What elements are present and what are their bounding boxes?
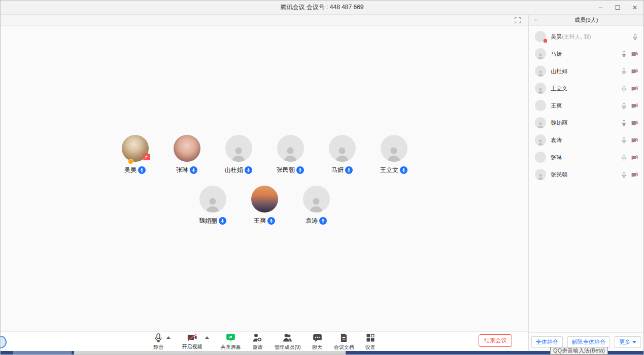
fullscreen-icon[interactable]: [514, 17, 521, 24]
invite-button[interactable]: 邀请: [252, 333, 263, 351]
camera-off-icon[interactable]: [631, 171, 638, 178]
share-screen-button[interactable]: 共享屏幕: [220, 333, 241, 351]
mic-icon[interactable]: [621, 171, 627, 178]
meeting-docs-button[interactable]: 会议文档: [334, 333, 354, 351]
mic-icon[interactable]: [621, 154, 627, 161]
member-name: 魏娟丽: [551, 119, 616, 127]
mic-icon[interactable]: [632, 33, 638, 40]
participant-tile[interactable]: 张琳: [168, 135, 205, 174]
start-video-button[interactable]: 开启视频: [182, 333, 202, 350]
audio-on-badge: [319, 217, 327, 225]
participant-name: 王立文: [380, 166, 398, 174]
members-panel: 成员(9人) 吴昊(主持人, 我) 马妍 山杜娟: [529, 15, 643, 351]
member-row[interactable]: 袁涛: [529, 131, 643, 149]
mic-icon[interactable]: [621, 137, 627, 144]
participant-tile[interactable]: 袁涛: [298, 186, 334, 225]
titlebar[interactable]: 腾讯会议 会议号 : 448 487 669 – ☐ ✕: [1, 1, 643, 15]
avatar: [174, 135, 200, 162]
members-panel-header: 成员(9人): [529, 15, 643, 26]
participant-name: 山杜娟: [225, 166, 243, 174]
camera-off-icon[interactable]: [631, 120, 638, 126]
member-row-host[interactable]: 吴昊(主持人, 我): [529, 28, 643, 45]
camera-off-icon[interactable]: [631, 137, 638, 144]
camera-off-icon: [186, 333, 198, 342]
member-row[interactable]: 王立文: [529, 80, 643, 97]
member-row[interactable]: 山杜娟: [529, 62, 643, 80]
audio-on-badge: [245, 166, 252, 174]
member-name: 袁涛: [551, 136, 616, 144]
more-button[interactable]: 更多: [615, 336, 641, 348]
avatar: [535, 152, 546, 163]
member-row[interactable]: 张民朝: [529, 166, 643, 183]
camera-off-icon[interactable]: [631, 154, 638, 161]
settings-button[interactable]: 设置: [365, 333, 376, 351]
participant-name: 张民朝: [277, 166, 295, 174]
taskbar-segment: [13, 351, 72, 354]
participant-tile[interactable]: 魏娟丽: [194, 186, 231, 225]
video-options-caret[interactable]: [205, 336, 209, 339]
participant-grid: 吴昊 张琳 山杜娟: [1, 135, 528, 225]
avatar: [277, 135, 304, 162]
avatar: [122, 135, 149, 162]
participant-tile[interactable]: 王爽: [246, 186, 283, 225]
participant-row-2: 魏娟丽 王爽 袁涛: [1, 186, 528, 225]
members-icon: [282, 333, 293, 343]
window-controls: – ☐ ✕: [597, 1, 638, 14]
participant-name: 马妍: [331, 166, 344, 174]
participant-tile[interactable]: 张民朝: [272, 135, 309, 174]
member-row[interactable]: 马妍: [529, 45, 643, 62]
avatar: [535, 117, 546, 128]
host-flag-badge: [143, 154, 150, 160]
mute-all-button[interactable]: 全体静音: [531, 336, 563, 348]
member-name: 王爽: [551, 102, 616, 110]
mic-icon[interactable]: [621, 120, 627, 126]
camera-off-icon[interactable]: [631, 51, 638, 57]
chat-button[interactable]: 聊天: [312, 333, 323, 351]
unmute-all-button[interactable]: 解除全体静音: [567, 336, 610, 348]
member-name: 王立文: [551, 85, 616, 92]
end-meeting-button[interactable]: 结束会议: [479, 334, 512, 347]
document-icon: [339, 333, 349, 343]
mute-button[interactable]: 静音: [153, 333, 163, 351]
minimize-button[interactable]: –: [597, 4, 604, 11]
participant-tile[interactable]: 王立文: [376, 135, 412, 174]
member-row[interactable]: 张琳: [529, 149, 643, 166]
avatar: [329, 135, 356, 162]
camera-off-icon[interactable]: [631, 85, 638, 92]
mic-icon[interactable]: [621, 85, 627, 92]
crown-badge: [128, 159, 133, 164]
avatar: [303, 186, 330, 212]
settings-grid-icon: [365, 333, 376, 343]
collapse-chevron-icon[interactable]: [533, 17, 538, 23]
close-button[interactable]: ✕: [631, 4, 638, 11]
camera-off-icon[interactable]: [631, 102, 638, 109]
audio-on-badge: [400, 166, 408, 174]
participant-tile[interactable]: 山杜娟: [220, 135, 257, 174]
member-name: 张琳: [551, 154, 616, 161]
participant-tile[interactable]: 吴昊: [117, 135, 153, 174]
participant-row-1: 吴昊 张琳 山杜娟: [1, 135, 528, 174]
mic-icon[interactable]: [621, 102, 627, 109]
tencent-meeting-window: 腾讯会议 会议号 : 448 487 669 – ☐ ✕: [0, 0, 644, 355]
maximize-button[interactable]: ☐: [614, 4, 621, 11]
avatar: [535, 134, 546, 146]
mic-icon[interactable]: [621, 51, 627, 57]
main-stage: 吴昊 张琳 山杜娟: [1, 15, 529, 351]
audio-on-badge: [267, 217, 275, 225]
camera-off-icon[interactable]: [631, 68, 638, 75]
member-list[interactable]: 吴昊(主持人, 我) 马妍 山杜娟 王立文: [529, 26, 643, 332]
member-row[interactable]: 魏娟丽: [529, 114, 643, 131]
member-name: 吴昊(主持人, 我): [551, 33, 627, 41]
invite-person-icon: [252, 333, 263, 343]
chat-bubble-icon: [312, 333, 323, 343]
mic-icon[interactable]: [621, 68, 627, 75]
participant-name: 吴昊: [124, 166, 137, 174]
taskbar-segment: [74, 351, 346, 354]
mic-options-caret[interactable]: [166, 336, 171, 339]
participant-name: 魏娟丽: [199, 217, 217, 225]
participant-tile[interactable]: 马妍: [324, 135, 360, 174]
audio-on-badge: [190, 166, 197, 174]
avatar: [381, 135, 408, 162]
manage-members-button[interactable]: 管理成员(9): [274, 333, 300, 351]
member-row[interactable]: 王爽: [529, 97, 643, 114]
